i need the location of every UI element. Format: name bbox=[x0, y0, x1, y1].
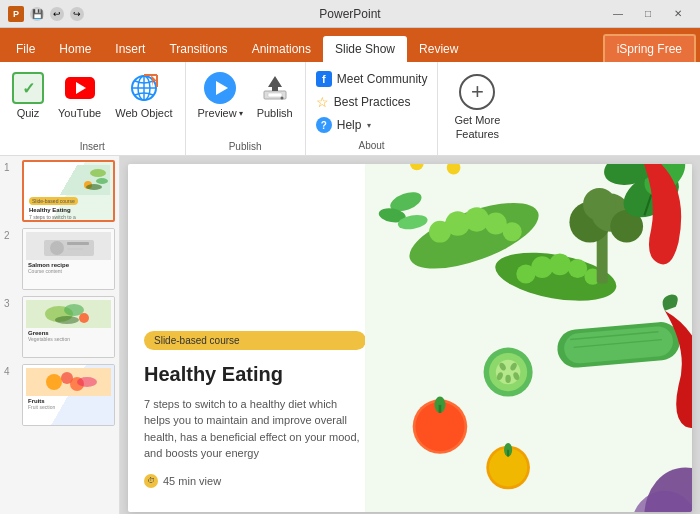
best-practices-label: Best Practices bbox=[334, 95, 411, 109]
svg-rect-17 bbox=[67, 242, 89, 245]
time-icon: ⏱ bbox=[144, 474, 158, 488]
quiz-icon: ✓ bbox=[12, 72, 44, 104]
getmore-group-label bbox=[440, 150, 514, 155]
veggies-background bbox=[365, 164, 692, 512]
slide-right-area bbox=[365, 164, 692, 512]
svg-point-53 bbox=[583, 188, 616, 221]
best-practices-button[interactable]: ☆ Best Practices bbox=[314, 93, 430, 111]
slide-item-4[interactable]: 4 Fruits Fruit section bbox=[4, 364, 115, 426]
tab-ispring[interactable]: iSpring Free bbox=[603, 34, 696, 62]
tab-insert[interactable]: Insert bbox=[103, 36, 157, 62]
preview-icon bbox=[204, 72, 236, 104]
slide-thumb-4[interactable]: Fruits Fruit section bbox=[22, 364, 115, 426]
star-icon: ☆ bbox=[316, 94, 329, 110]
tab-review[interactable]: Review bbox=[407, 36, 470, 62]
slide-thumb-3[interactable]: Greens Vegetables section bbox=[22, 296, 115, 358]
slide-thumb-2[interactable]: Salmon recipe Course content bbox=[22, 228, 115, 290]
tab-file[interactable]: File bbox=[4, 36, 47, 62]
minimize-button[interactable]: — bbox=[604, 4, 632, 24]
app-icon: P bbox=[8, 6, 24, 22]
facebook-icon: f bbox=[316, 71, 332, 87]
time-label: 45 min view bbox=[163, 475, 221, 487]
svg-marker-9 bbox=[268, 76, 282, 91]
slide-number-1: 1 bbox=[4, 160, 18, 173]
quiz-button[interactable]: ✓ Quiz bbox=[6, 68, 50, 123]
ribbon-group-about: f Meet Community ☆ Best Practices ? Help… bbox=[306, 62, 439, 155]
svg-point-23 bbox=[46, 374, 62, 390]
youtube-icon bbox=[64, 72, 96, 104]
title-bar: P 💾 ↩ ↪ PowerPoint — □ ✕ bbox=[0, 0, 700, 28]
slide-item-1[interactable]: 1 Slide-based c bbox=[4, 160, 115, 222]
preview-play-icon bbox=[216, 81, 228, 95]
help-dropdown-arrow: ▾ bbox=[367, 121, 371, 130]
slide-description: 7 steps to switch to a healthy diet whic… bbox=[144, 396, 366, 462]
svg-point-11 bbox=[90, 169, 106, 177]
svg-point-21 bbox=[79, 313, 89, 323]
getmore-items: + Get MoreFeatures bbox=[440, 66, 514, 150]
time-badge: ⏱ 45 min view bbox=[144, 474, 366, 488]
course-badge: Slide-based course bbox=[144, 331, 366, 350]
svg-point-16 bbox=[50, 241, 64, 255]
svg-point-12 bbox=[96, 178, 108, 184]
play-triangle bbox=[76, 82, 86, 94]
slide-item-2[interactable]: 2 Salmon recipe Course content bbox=[4, 228, 115, 290]
ribbon: ✓ Quiz YouTube bbox=[0, 62, 700, 156]
slide-item-3[interactable]: 3 Greens Vegetables section bbox=[4, 296, 115, 358]
webobject-button[interactable]: Web Object bbox=[109, 68, 178, 123]
get-more-features-button[interactable]: + Get MoreFeatures bbox=[444, 68, 510, 148]
help-label: Help bbox=[337, 118, 362, 132]
slide-content: Slide-based course Healthy Eating 7 step… bbox=[128, 164, 692, 512]
slide-title: Healthy Eating bbox=[144, 362, 366, 386]
preview-dropdown-arrow: ▾ bbox=[239, 109, 243, 118]
tab-transitions[interactable]: Transitions bbox=[157, 36, 239, 62]
slide-left-area: Slide-based course Healthy Eating 7 step… bbox=[128, 164, 382, 512]
save-button[interactable]: 💾 bbox=[30, 7, 44, 21]
youtube-button[interactable]: YouTube bbox=[52, 68, 107, 123]
slide-canvas: Slide-based course Healthy Eating 7 step… bbox=[120, 156, 700, 514]
preview-label: Preview bbox=[198, 107, 237, 119]
maximize-button[interactable]: □ bbox=[634, 4, 662, 24]
webobject-label: Web Object bbox=[115, 107, 172, 119]
publish-label: Publish bbox=[257, 107, 293, 119]
publish-group-label: Publish bbox=[188, 139, 303, 155]
get-more-label: Get MoreFeatures bbox=[454, 113, 500, 142]
meet-community-button[interactable]: f Meet Community bbox=[314, 70, 430, 88]
close-button[interactable]: ✕ bbox=[664, 4, 692, 24]
slide-thumb-content-3: Greens Vegetables section bbox=[23, 297, 114, 357]
svg-point-46 bbox=[549, 253, 571, 275]
publish-icon bbox=[259, 72, 291, 104]
slide-thumb-1[interactable]: Slide-based course Healthy Eating 7 step… bbox=[22, 160, 115, 222]
svg-rect-18 bbox=[67, 248, 83, 250]
main-area: 1 Slide-based c bbox=[0, 156, 700, 514]
svg-point-40 bbox=[464, 207, 489, 232]
slide-thumb-content-4: Fruits Fruit section bbox=[23, 365, 114, 425]
publish-button[interactable]: Publish bbox=[251, 68, 299, 123]
svg-point-10 bbox=[280, 97, 283, 100]
preview-dropdown: Preview ▾ bbox=[198, 107, 243, 119]
undo-button[interactable]: ↩ bbox=[50, 7, 64, 21]
slide-number-4: 4 bbox=[4, 364, 18, 377]
svg-point-14 bbox=[86, 184, 102, 190]
help-button[interactable]: ? Help ▾ bbox=[314, 116, 430, 134]
meet-community-label: Meet Community bbox=[337, 72, 428, 86]
slide-thumb-content-2: Salmon recipe Course content bbox=[23, 229, 114, 289]
tab-animations[interactable]: Animations bbox=[240, 36, 323, 62]
about-group-label: About bbox=[308, 138, 436, 154]
tab-home[interactable]: Home bbox=[47, 36, 103, 62]
svg-point-42 bbox=[503, 222, 522, 241]
ribbon-group-insert: ✓ Quiz YouTube bbox=[0, 62, 186, 155]
youtube-play-icon bbox=[65, 77, 95, 99]
title-bar-left: P 💾 ↩ ↪ bbox=[8, 6, 84, 22]
ribbon-group-publish: Preview ▾ Publish Publish bbox=[186, 62, 306, 155]
web-object-icon bbox=[128, 72, 160, 104]
ribbon-group-getmore: + Get MoreFeatures bbox=[438, 62, 516, 155]
tab-slideshow[interactable]: Slide Show bbox=[323, 36, 407, 62]
youtube-label: YouTube bbox=[58, 107, 101, 119]
preview-button[interactable]: Preview ▾ bbox=[192, 68, 249, 123]
slide-number-2: 2 bbox=[4, 228, 18, 241]
insert-group-label: Insert bbox=[2, 139, 183, 155]
quiz-label: Quiz bbox=[17, 107, 40, 119]
redo-button[interactable]: ↪ bbox=[70, 7, 84, 21]
help-icon: ? bbox=[316, 117, 332, 133]
svg-point-26 bbox=[77, 377, 97, 387]
